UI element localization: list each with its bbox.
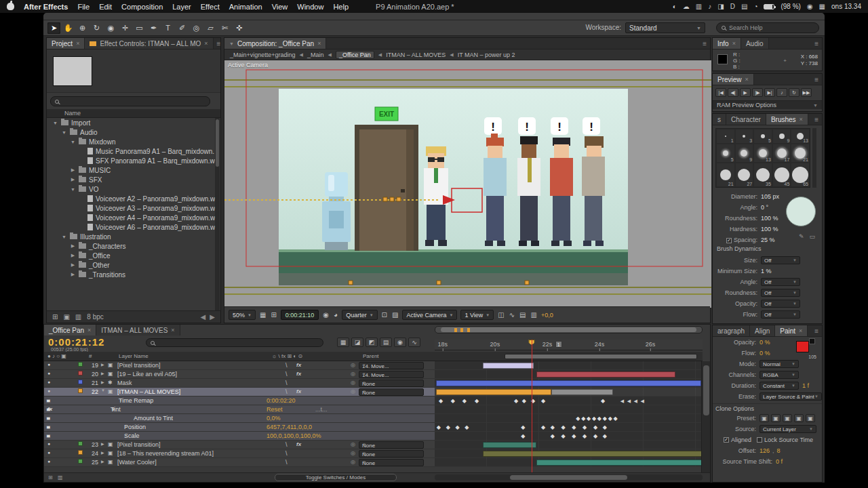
layer-duration-bar[interactable] <box>551 389 613 395</box>
property-value[interactable]: 0,0% <box>267 415 281 422</box>
label-color-chip[interactable] <box>78 380 83 384</box>
twirl-icon[interactable]: ▶ <box>70 253 76 258</box>
brush-preset[interactable]: 9 <box>772 129 791 144</box>
volume-icon[interactable]: ♪ <box>708 3 711 10</box>
active-camera-dropdown[interactable]: Active Camera▼ <box>402 310 457 320</box>
layer-name[interactable]: [Pixel transition] <box>117 362 161 369</box>
draft-3d-icon[interactable]: ◪ <box>351 338 363 347</box>
dynamics-dropdown[interactable]: Off▼ <box>761 256 800 264</box>
keyframe-icon[interactable]: ◆ <box>603 415 607 422</box>
keyframe-icon[interactable]: ◆ <box>601 398 605 404</box>
channels-dropdown[interactable]: RGBA▼ <box>760 371 799 379</box>
stopwatch-icon[interactable]: ◔ <box>134 415 137 422</box>
help-search-input[interactable]: Search Help <box>716 22 819 33</box>
keyframe-icon[interactable]: ◆ <box>439 398 443 404</box>
brush-property-value[interactable]: 100 % <box>761 226 778 232</box>
apple-menu-icon[interactable] <box>7 3 14 10</box>
layer-duration-bar[interactable] <box>436 389 551 395</box>
menu-edit[interactable]: Edit <box>99 3 112 11</box>
offset-y-value[interactable]: 8 <box>777 447 781 454</box>
work-area-bar[interactable] <box>505 354 697 359</box>
property-row[interactable]: ◀◆▶◔Scale100,0,100,0,100,0% <box>44 432 435 441</box>
brush-preset[interactable]: 1 <box>716 129 735 144</box>
first-frame-button[interactable]: |◀ <box>715 88 726 97</box>
panel-menu-icon[interactable]: ≡ <box>811 325 822 336</box>
parent-pickwhip-icon[interactable]: ◎ <box>351 450 355 456</box>
parent-dropdown[interactable]: 14. Move...▼ <box>359 371 424 378</box>
twirl-icon[interactable]: ▶ <box>70 262 76 268</box>
dynamics-value[interactable]: 1 % <box>761 268 772 274</box>
rotation-tool[interactable]: ↻ <box>90 22 103 34</box>
pan-behind-tool[interactable]: ✛ <box>119 22 132 34</box>
twirl-icon[interactable]: ▼ <box>70 140 76 144</box>
fx-switch[interactable]: fx <box>296 441 301 447</box>
timeline-track[interactable] <box>435 370 703 379</box>
keyboard-icon[interactable]: ▦ <box>819 3 825 10</box>
close-icon[interactable]: × <box>87 327 91 333</box>
layer-name[interactable]: [19 – Like an evil A05] <box>117 371 177 378</box>
parent-pickwhip-icon[interactable]: ◎ <box>351 362 355 368</box>
keyframe-icon[interactable]: ◆ <box>576 415 580 422</box>
timeline-search-input[interactable] <box>146 338 323 347</box>
layer-name[interactable]: [Pixel transition] <box>117 441 161 448</box>
property-name[interactable]: ◔Amount to Tint <box>134 415 173 422</box>
ram-preview-button[interactable]: ▶▶ <box>801 88 812 97</box>
menu-animation[interactable]: Animation <box>229 3 262 11</box>
keyframe-icon[interactable]: ◆ <box>603 433 607 439</box>
quality-switch[interactable]: \ <box>285 459 288 466</box>
spacing-checkbox[interactable]: ✓ <box>726 238 732 243</box>
aligned-checkbox[interactable]: ✓ <box>724 437 729 443</box>
audio-toggle-button[interactable]: ♪ <box>776 88 787 97</box>
brush-tool[interactable]: ✐ <box>176 22 189 34</box>
pixel-aspect-icon[interactable]: ◫ <box>497 311 505 319</box>
transparency-grid-icon[interactable]: ▨ <box>391 311 399 319</box>
keyframe-nav-icon[interactable]: ▶ <box>47 398 50 403</box>
quality-switch[interactable]: \ <box>285 362 288 369</box>
keyframe-icon[interactable]: ◆ <box>583 424 587 430</box>
time-navigator[interactable] <box>435 326 703 333</box>
twirl-icon[interactable]: ▶ <box>70 272 76 277</box>
play-button[interactable]: ▶ <box>740 88 751 97</box>
magnification-dropdown[interactable]: 50%▼ <box>229 310 256 320</box>
layer-duration-bar[interactable] <box>483 451 703 457</box>
keyframe-icon[interactable]: ◆ <box>541 424 545 430</box>
keyframe-icon[interactable]: ◆ <box>587 415 591 422</box>
app-menu-name[interactable]: After Effects <box>24 3 68 11</box>
parent-column-header[interactable]: Parent <box>363 353 379 359</box>
breadcrumb-item[interactable]: IT MAN – power up 2 <box>458 52 515 58</box>
timeline-track[interactable]: ◆◆◆◆◆◆◆ <box>435 432 703 441</box>
keyframe-icon[interactable]: ◆ <box>572 424 576 430</box>
keyframe-icon[interactable]: ◆ <box>572 433 576 439</box>
brush-preset[interactable]: 13 <box>753 144 772 163</box>
tree-item[interactable]: ▼Import <box>47 118 220 127</box>
brush-property-value[interactable]: 0 ° <box>761 204 768 211</box>
tree-item[interactable]: ▶_Characters <box>47 241 220 251</box>
puppet-pin-tool[interactable]: ✜ <box>233 22 245 34</box>
fast-preview-icon[interactable]: ∿ <box>509 311 515 319</box>
hide-shy-icon[interactable]: ◩ <box>366 338 378 347</box>
timeline-track[interactable] <box>435 388 703 396</box>
twirl-icon[interactable]: ▼ <box>52 121 58 125</box>
visibility-toggle[interactable]: ● <box>47 362 50 367</box>
close-icon[interactable]: × <box>171 327 174 333</box>
tree-item[interactable]: ▶_Other <box>47 260 220 270</box>
brush-preset[interactable]: 21 <box>791 144 810 163</box>
mask-shape-tool[interactable]: ▭ <box>133 22 146 34</box>
comp-mini-flowchart-icon[interactable]: ▦ <box>337 338 349 347</box>
paint-property-value[interactable]: 0 % <box>760 350 770 357</box>
hand-tool[interactable]: ✋ <box>62 22 75 34</box>
tree-item[interactable]: ▶SFX <box>47 175 220 184</box>
tab-composition[interactable]: ▼ Composition: _Office Pan × <box>224 38 326 49</box>
fx-switch[interactable]: fx <box>296 362 301 368</box>
close-icon[interactable]: × <box>76 40 79 47</box>
layer-duration-bar[interactable] <box>436 380 701 386</box>
breadcrumb-item[interactable]: _Main <box>307 52 324 58</box>
type-tool[interactable]: T <box>161 22 174 34</box>
new-folder-icon[interactable]: ▣ <box>63 313 69 321</box>
prev-frame-button[interactable]: ◀| <box>728 88 738 97</box>
tree-item[interactable]: Voiceover A4 – Panorama9_mixdown.w <box>47 213 220 222</box>
keyframe-icon[interactable]: ◆ <box>514 398 518 404</box>
info-tab-audio[interactable]: Audio <box>741 38 769 49</box>
timeline-track[interactable] <box>435 379 703 388</box>
visibility-toggle[interactable]: ● <box>47 371 50 375</box>
